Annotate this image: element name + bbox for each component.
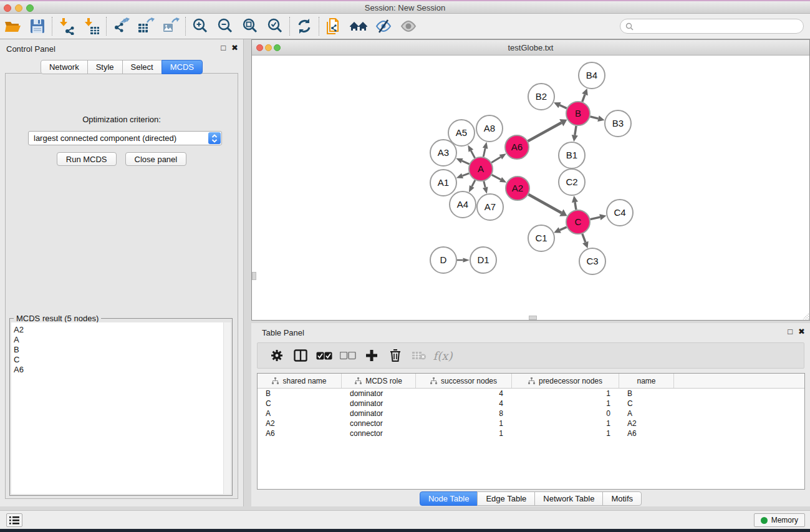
tab-mcds[interactable]: MCDS <box>162 60 203 74</box>
unselect-all-icon[interactable] <box>336 346 360 365</box>
zoom-in-icon[interactable] <box>188 16 213 37</box>
float-panel-icon[interactable]: □ <box>221 43 226 52</box>
result-scrollbar[interactable] <box>223 322 231 494</box>
table-cell: dominator <box>342 409 416 418</box>
tab-network[interactable]: Network <box>41 60 88 74</box>
import-network-icon[interactable] <box>54 16 79 37</box>
edge-C-C1[interactable] <box>560 227 567 230</box>
table-cell: connector <box>342 428 416 438</box>
table-cell: dominator <box>342 399 416 409</box>
column-header-name[interactable]: name <box>619 374 674 388</box>
zoom-out-icon[interactable] <box>213 16 238 37</box>
table-row[interactable]: Cdominator41C <box>258 399 804 409</box>
column-selector-icon[interactable] <box>289 346 312 365</box>
edge-A6-B[interactable] <box>528 123 562 142</box>
edge-A-A5[interactable] <box>471 151 475 158</box>
result-item[interactable]: A <box>14 335 231 345</box>
table-row[interactable]: Adominator80A <box>258 409 804 418</box>
edge-A-A1[interactable] <box>463 173 470 176</box>
toolbar-separator <box>289 17 290 36</box>
table-cell: 1 <box>512 399 619 409</box>
select-all-icon[interactable] <box>312 346 336 365</box>
table-cell: 4 <box>416 399 512 409</box>
table-row[interactable]: Bdominator41B <box>258 389 804 399</box>
node-label-A5: A5 <box>456 127 467 138</box>
edge-A-A6[interactable] <box>491 157 501 163</box>
result-item[interactable]: C <box>14 355 231 365</box>
close-panel-icon[interactable]: ✖ <box>231 43 238 52</box>
table-cell: A6 <box>258 428 342 438</box>
delete-column-icon[interactable] <box>383 346 407 365</box>
edge-B-B2[interactable] <box>560 105 567 109</box>
result-item[interactable]: A6 <box>14 365 231 375</box>
search-field[interactable] <box>620 19 804 34</box>
column-header-successor-nodes[interactable]: successor nodes <box>416 374 512 388</box>
import-table-icon[interactable] <box>79 16 104 37</box>
run-mcds-button[interactable]: Run MCDS <box>57 152 117 166</box>
show-panels-button[interactable] <box>6 513 22 527</box>
table-settings-gear-icon[interactable] <box>265 346 289 365</box>
delete-table-icon[interactable] <box>407 346 431 365</box>
close-panel-button[interactable]: Close panel <box>125 152 187 166</box>
edge-A2-C[interactable] <box>528 195 561 213</box>
control-panel-header: Control Panel □ ✖ <box>0 39 243 57</box>
new-network-from-selection-icon[interactable] <box>321 16 346 37</box>
edge-B-B1[interactable] <box>575 126 576 135</box>
result-item[interactable]: A2 <box>14 325 231 335</box>
column-header-predecessor-nodes[interactable]: predecessor nodes <box>512 374 619 388</box>
network-canvas[interactable]: AA1A2A3A4A5A6A7A8BB1B2B3B4CC1C2C3C4DD1 <box>252 56 809 320</box>
edge-C-C4[interactable] <box>591 217 600 220</box>
edge-C-C3[interactable] <box>582 234 586 243</box>
tab-node-table[interactable]: Node Table <box>420 491 478 506</box>
node-table[interactable]: shared nameMCDS rolesuccessor nodesprede… <box>257 373 805 490</box>
edge-A-A8[interactable] <box>483 148 485 157</box>
tab-network-table[interactable]: Network Table <box>534 491 603 506</box>
tab-style[interactable]: Style <box>87 60 123 74</box>
shared-column-icon <box>528 377 535 384</box>
save-session-icon[interactable] <box>25 16 50 37</box>
show-hide-icon[interactable] <box>396 16 421 37</box>
graphics-details-icon[interactable] <box>371 16 396 37</box>
refresh-icon[interactable] <box>292 16 317 37</box>
edge-B-B3[interactable] <box>590 117 598 118</box>
close-table-panel-icon[interactable]: ✖ <box>798 327 805 336</box>
table-cell: 1 <box>512 389 619 399</box>
float-table-panel-icon[interactable]: □ <box>788 327 793 336</box>
zoom-selected-icon[interactable] <box>263 16 287 37</box>
network-window-titlebar[interactable]: testGlobe.txt <box>252 40 809 56</box>
edge-A-A2[interactable] <box>492 175 501 180</box>
toolbar-separator <box>319 17 319 36</box>
edge-A-A7[interactable] <box>484 181 485 187</box>
edge-A-A3[interactable] <box>462 161 470 164</box>
home-icon[interactable] <box>346 16 371 37</box>
column-header-label: shared name <box>282 377 326 385</box>
main-toolbar <box>0 14 810 39</box>
vertical-scrollbar[interactable] <box>252 272 256 280</box>
search-input[interactable] <box>636 22 803 31</box>
memory-button[interactable]: Memory <box>754 513 805 527</box>
edge-A-A4[interactable] <box>472 180 475 186</box>
edge-C-C2[interactable] <box>575 202 576 210</box>
tab-motifs[interactable]: Motifs <box>602 491 642 506</box>
criterion-select[interactable]: largest connected component (directed) <box>28 131 222 145</box>
open-file-icon[interactable] <box>0 16 25 37</box>
table-row[interactable]: A6connector11A6 <box>258 428 804 438</box>
node-label-B: B <box>575 108 581 118</box>
function-builder-icon[interactable]: f(x) <box>431 346 455 365</box>
table-cell: A6 <box>619 428 674 438</box>
export-network-icon[interactable] <box>108 16 133 37</box>
export-table-icon[interactable] <box>133 16 158 37</box>
table-row[interactable]: A2connector11A2 <box>258 418 804 428</box>
zoom-fit-icon[interactable] <box>238 16 263 37</box>
column-header-shared-name[interactable]: shared name <box>258 374 342 388</box>
tab-edge-table[interactable]: Edge Table <box>477 491 535 506</box>
horizontal-scrollbar[interactable] <box>529 316 537 320</box>
mcds-result-list[interactable]: A2ABCA6 <box>11 322 231 494</box>
result-item[interactable]: B <box>14 345 231 355</box>
resize-grip-icon[interactable] <box>801 311 809 320</box>
column-header-MCDS-role[interactable]: MCDS role <box>342 374 416 388</box>
add-column-icon[interactable] <box>360 346 383 365</box>
edge-B-B4[interactable] <box>582 95 585 102</box>
export-image-icon[interactable] <box>158 16 183 37</box>
tab-select[interactable]: Select <box>122 60 162 74</box>
